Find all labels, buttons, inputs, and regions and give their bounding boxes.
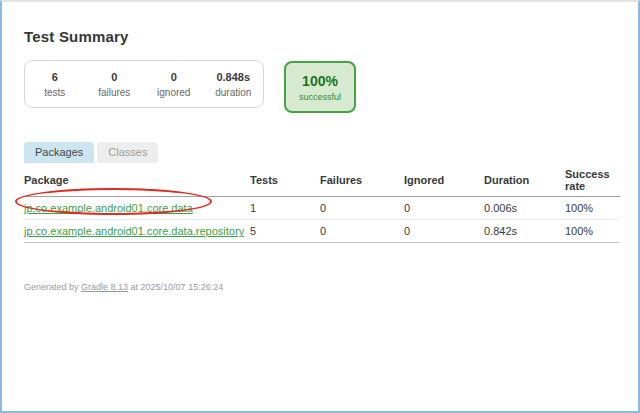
tests-count: 6 bbox=[25, 71, 85, 83]
tab-bar: Packages Classes bbox=[24, 142, 638, 163]
column-failures: Failures bbox=[320, 163, 404, 197]
cell-duration: 0.842s bbox=[484, 220, 565, 243]
success-percentage: 100% bbox=[302, 73, 338, 89]
footer-generated-by: Generated by Gradle 8.13 at 2025/10/07 1… bbox=[24, 282, 638, 292]
cell-duration: 0.006s bbox=[484, 197, 565, 220]
duration-label: duration bbox=[204, 87, 264, 98]
duration-value: 0.848s bbox=[204, 71, 264, 83]
cell-tests: 5 bbox=[250, 220, 320, 243]
package-link-core-data-repository[interactable]: jp.co.example.android01.core.data.reposi… bbox=[24, 225, 244, 237]
tab-classes[interactable]: Classes bbox=[97, 142, 158, 163]
table-row: jp.co.example.android01.core.data.reposi… bbox=[24, 220, 620, 243]
metric-duration: 0.848s duration bbox=[204, 71, 264, 98]
footer-prefix: Generated by bbox=[24, 282, 81, 292]
metric-failures: 0 failures bbox=[85, 71, 145, 98]
cell-tests: 1 bbox=[250, 197, 320, 220]
cell-failures: 0 bbox=[320, 197, 404, 220]
package-link-core-data[interactable]: jp.co.example.android01.core.data bbox=[24, 202, 193, 214]
footer-suffix: at 2025/10/07 15:26:24 bbox=[128, 282, 223, 292]
table-row: jp.co.example.android01.core.data 1 0 0 … bbox=[24, 197, 620, 220]
tab-packages[interactable]: Packages bbox=[24, 142, 94, 163]
column-duration: Duration bbox=[484, 163, 565, 197]
column-ignored: Ignored bbox=[404, 163, 484, 197]
column-success-rate: Success rate bbox=[565, 163, 620, 197]
success-label: successful bbox=[299, 92, 341, 102]
metric-tests: 6 tests bbox=[25, 71, 85, 98]
cell-success-rate: 100% bbox=[565, 220, 620, 243]
test-report-page: Test Summary 6 tests 0 failures 0 ignore… bbox=[2, 2, 638, 411]
packages-table: Package Tests Failures Ignored Duration … bbox=[24, 163, 620, 243]
page-title: Test Summary bbox=[24, 28, 638, 45]
tests-label: tests bbox=[25, 87, 85, 98]
cell-ignored: 0 bbox=[404, 197, 484, 220]
summary-metrics-box: 6 tests 0 failures 0 ignored 0.848s dura… bbox=[24, 60, 264, 108]
table-header-row: Package Tests Failures Ignored Duration … bbox=[24, 163, 620, 197]
failures-label: failures bbox=[85, 87, 145, 98]
ignored-count: 0 bbox=[144, 71, 204, 83]
success-rate-box: 100% successful bbox=[284, 61, 356, 113]
failures-count: 0 bbox=[85, 71, 145, 83]
cell-ignored: 0 bbox=[404, 220, 484, 243]
cell-failures: 0 bbox=[320, 220, 404, 243]
metric-ignored: 0 ignored bbox=[144, 71, 204, 98]
ignored-label: ignored bbox=[144, 87, 204, 98]
cell-success-rate: 100% bbox=[565, 197, 620, 220]
column-package: Package bbox=[24, 163, 250, 197]
column-tests: Tests bbox=[250, 163, 320, 197]
gradle-version-link[interactable]: Gradle 8.13 bbox=[81, 282, 128, 292]
summary-row: 6 tests 0 failures 0 ignored 0.848s dura… bbox=[24, 60, 638, 113]
